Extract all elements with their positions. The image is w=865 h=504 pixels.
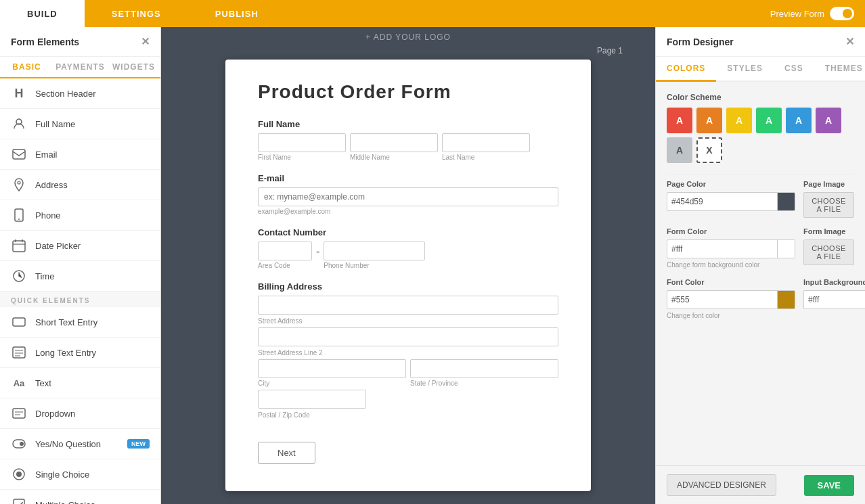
nav-tab-settings[interactable]: SETTINGS xyxy=(85,0,188,27)
element-label-long-text: Long Text Entry xyxy=(35,348,96,358)
element-single-choice[interactable]: Single Choice xyxy=(0,459,160,490)
date-picker-icon xyxy=(11,237,27,254)
element-address[interactable]: Address xyxy=(0,170,160,200)
quick-elements-section-label: QUICK ELEMENTS xyxy=(0,292,160,307)
color-scheme-row: A A A A A A A X xyxy=(667,108,854,163)
element-email[interactable]: Email xyxy=(0,139,160,170)
page-color-preview[interactable] xyxy=(777,193,795,210)
sublabel-last-name: Last Name xyxy=(442,154,530,161)
right-tab-css[interactable]: CSS xyxy=(774,57,814,81)
color-swatch-7[interactable]: X xyxy=(696,137,722,163)
element-long-text[interactable]: Long Text Entry xyxy=(0,338,160,368)
input-city[interactable] xyxy=(258,359,406,378)
input-street-address-2[interactable] xyxy=(258,327,558,346)
element-section-header[interactable]: H Section Header xyxy=(0,78,160,109)
save-button[interactable]: SAVE xyxy=(804,475,854,496)
right-panel-bottom-row: ADVANCED DESIGNER SAVE xyxy=(656,465,865,504)
font-color-input-row xyxy=(667,290,795,309)
form-field-contact: Contact Number Area Code - Phone Number xyxy=(258,227,558,269)
left-tab-widgets[interactable]: WIDGETS xyxy=(107,57,160,77)
phone-separator: - xyxy=(315,242,321,262)
element-dropdown[interactable]: Dropdown xyxy=(0,398,160,429)
sublabel-phone-number: Phone Number xyxy=(324,262,425,269)
element-short-text[interactable]: Short Text Entry xyxy=(0,307,160,338)
input-last-name[interactable] xyxy=(442,133,530,152)
form-field-label-email: E-mail xyxy=(258,173,558,183)
form-color-preview[interactable] xyxy=(777,240,795,258)
page-color-input[interactable] xyxy=(667,194,777,209)
font-color-col: Font Color Change font color xyxy=(667,278,795,319)
left-tab-basic[interactable]: BASIC xyxy=(0,57,53,78)
input-middle-name[interactable] xyxy=(350,133,438,152)
element-label-address: Address xyxy=(35,180,68,190)
input-area-code[interactable] xyxy=(258,242,312,260)
element-label-time: Time xyxy=(35,271,54,281)
right-tab-colors[interactable]: COLORS xyxy=(656,57,716,82)
color-swatch-4[interactable]: A xyxy=(786,108,812,133)
input-phone-number[interactable] xyxy=(324,242,425,260)
nav-tab-build[interactable]: BUILD xyxy=(0,0,85,27)
color-swatch-1[interactable]: A xyxy=(696,108,722,133)
input-bg-input[interactable] xyxy=(804,292,865,307)
sublabel-first-name: First Name xyxy=(258,154,346,161)
page-color-label: Page Color xyxy=(667,180,795,188)
advanced-designer-button[interactable]: ADVANCED DESIGNER xyxy=(667,474,776,496)
element-label-yes-no: Yes/No Question xyxy=(35,439,101,449)
color-swatch-2[interactable]: A xyxy=(726,108,752,133)
page-image-label: Page Image xyxy=(803,180,854,188)
svg-rect-9 xyxy=(13,409,25,418)
email-icon xyxy=(11,146,27,162)
font-color-preview[interactable] xyxy=(777,291,795,308)
right-panel: Form Designer ✕ COLORS STYLES CSS THEMES… xyxy=(655,27,865,504)
right-panel-close-icon[interactable]: ✕ xyxy=(845,35,854,48)
add-logo-bar[interactable]: + ADD YOUR LOGO xyxy=(365,32,451,42)
left-panel: Form Elements ✕ BASIC PAYMENTS WIDGETS H… xyxy=(0,27,161,504)
address-icon xyxy=(11,177,27,193)
top-nav: BUILD SETTINGS PUBLISH Preview Form xyxy=(0,0,865,27)
color-swatch-5[interactable]: A xyxy=(816,108,841,133)
color-swatch-0[interactable]: A xyxy=(667,108,692,133)
sublabel-postal: Postal / Zip Code xyxy=(258,411,558,419)
form-color-col: Form Color Change form background color xyxy=(667,227,795,269)
element-multiple-choice[interactable]: Multiple Choice xyxy=(0,490,160,504)
input-email[interactable] xyxy=(258,187,558,206)
yes-no-badge: NEW xyxy=(127,439,150,449)
color-scheme-label: Color Scheme xyxy=(667,93,854,102)
right-tab-themes[interactable]: THEMES xyxy=(814,57,865,81)
element-full-name[interactable]: Full Name xyxy=(0,109,160,139)
element-yes-no[interactable]: Yes/No Question NEW xyxy=(0,429,160,459)
svg-point-4 xyxy=(18,219,20,220)
form-image-choose-btn[interactable]: CHOOSE A FILE xyxy=(803,239,854,265)
form-color-input[interactable] xyxy=(667,242,777,256)
sublabel-street-address-2: Street Address Line 2 xyxy=(258,349,558,357)
nav-tab-publish[interactable]: PUBLISH xyxy=(188,0,286,27)
element-text[interactable]: Aa Text xyxy=(0,368,160,398)
element-date-picker[interactable]: Date Picker xyxy=(0,231,160,261)
form-title: Product Order Form xyxy=(258,81,558,103)
element-time[interactable]: Time xyxy=(0,261,160,292)
font-color-input[interactable] xyxy=(667,292,777,307)
left-panel-close-icon[interactable]: ✕ xyxy=(141,35,150,48)
sublabel-city: City xyxy=(258,380,406,387)
left-panel-header: Form Elements ✕ xyxy=(0,27,160,57)
element-phone[interactable]: Phone xyxy=(0,200,160,231)
preview-form-toggle[interactable] xyxy=(830,7,854,20)
color-swatch-3[interactable]: A xyxy=(756,108,782,133)
element-label-multiple-choice: Multiple Choice xyxy=(35,500,95,505)
short-text-icon xyxy=(11,314,27,330)
long-text-icon xyxy=(11,344,27,361)
left-tab-payments[interactable]: PAYMENTS xyxy=(53,57,107,77)
page-image-choose-btn[interactable]: CHOOSE A FILE xyxy=(803,192,854,218)
sublabel-middle-name: Middle Name xyxy=(350,154,438,161)
next-button[interactable]: Next xyxy=(258,442,315,464)
color-swatch-6[interactable]: A xyxy=(667,137,692,163)
form-field-label-contact: Contact Number xyxy=(258,227,558,237)
input-street-address[interactable] xyxy=(258,296,558,315)
input-first-name[interactable] xyxy=(258,133,346,152)
element-label-text: Text xyxy=(35,378,51,388)
svg-rect-7 xyxy=(13,318,25,326)
form-image-col: Form Image CHOOSE A FILE xyxy=(803,227,854,269)
input-state[interactable] xyxy=(410,359,558,378)
input-postal[interactable] xyxy=(258,390,366,409)
right-tab-styles[interactable]: STYLES xyxy=(716,57,774,81)
